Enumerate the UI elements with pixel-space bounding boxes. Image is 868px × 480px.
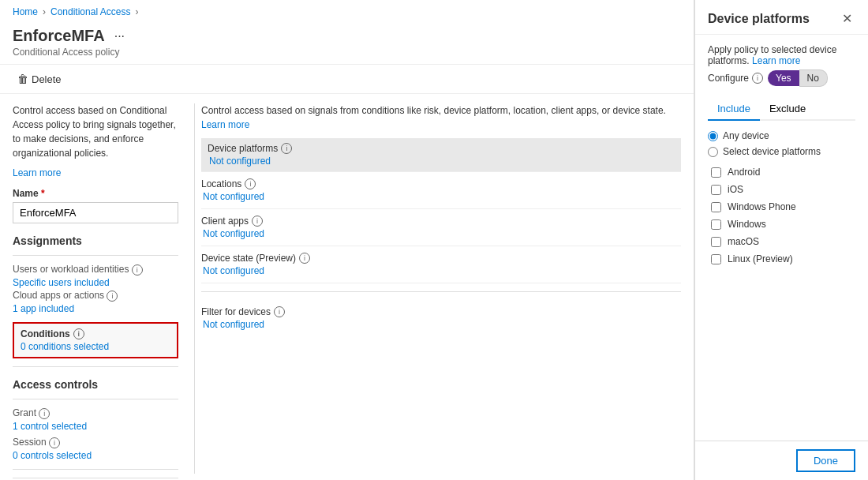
tab-exclude[interactable]: Exclude xyxy=(760,98,815,121)
grant-info-icon[interactable]: i xyxy=(39,408,50,419)
conditions-panel: Device platforms i Not configured Locati… xyxy=(201,138,681,336)
configure-toggle: Yes No xyxy=(768,69,828,87)
panel-close-button[interactable]: ✕ xyxy=(839,9,855,28)
left-column: Control access based on Conditional Acce… xyxy=(13,103,178,474)
device-platforms-row[interactable]: Device platforms i Not configured xyxy=(201,138,681,172)
grant-value[interactable]: 1 control selected xyxy=(13,421,178,432)
breadcrumb-home[interactable]: Home xyxy=(13,6,38,17)
platform-checkbox-windows-phone[interactable]: Windows Phone xyxy=(711,201,855,212)
toolbar: 🗑 Delete xyxy=(0,64,694,94)
right-learn-more[interactable]: Learn more xyxy=(201,119,249,130)
filter-devices-row[interactable]: Filter for devices i Not configured xyxy=(201,300,681,336)
breadcrumb-conditional-access[interactable]: Conditional Access xyxy=(51,6,130,17)
cloud-value[interactable]: 1 app included xyxy=(13,303,178,314)
filter-info-icon[interactable]: i xyxy=(274,306,285,317)
toggle-yes-button[interactable]: Yes xyxy=(768,70,799,86)
more-options-button[interactable]: ··· xyxy=(111,29,128,43)
cloud-info-icon[interactable]: i xyxy=(107,291,118,302)
users-value[interactable]: Specific users included xyxy=(13,277,178,288)
client-apps-info-icon[interactable]: i xyxy=(252,216,263,227)
panel-header: Device platforms ✕ xyxy=(695,0,868,35)
platform-checkbox-macos[interactable]: macOS xyxy=(711,236,855,247)
panel-body: Apply policy to selected device platform… xyxy=(695,35,868,441)
panel-footer: Done xyxy=(695,441,868,480)
users-info-icon[interactable]: i xyxy=(132,264,143,276)
users-label: Users or workload identities i xyxy=(13,264,178,276)
session-section: Session i 0 controls selected xyxy=(13,437,178,461)
cloud-label: Cloud apps or actions i xyxy=(13,290,178,302)
platform-checkbox-windows[interactable]: Windows xyxy=(711,219,855,230)
radio-select-platforms[interactable]: Select device platforms xyxy=(708,146,855,157)
tab-bar: Include Exclude xyxy=(708,98,855,121)
session-value[interactable]: 0 controls selected xyxy=(13,450,178,461)
name-input[interactable] xyxy=(13,202,178,223)
locations-value: Not configured xyxy=(201,191,681,202)
page-title: EnforceMFA xyxy=(13,27,105,45)
device-state-value: Not configured xyxy=(201,265,681,276)
side-panel: Device platforms ✕ Apply policy to selec… xyxy=(694,0,868,480)
toggle-no-button[interactable]: No xyxy=(799,69,828,87)
filter-value: Not configured xyxy=(201,319,681,330)
access-controls-title: Access controls xyxy=(13,378,178,391)
platform-checkbox-android[interactable]: Android xyxy=(711,167,855,178)
page-header: EnforceMFA ··· Conditional Access policy xyxy=(0,24,694,64)
device-platforms-info-icon[interactable]: i xyxy=(281,143,292,154)
trash-icon: 🗑 xyxy=(17,73,28,85)
session-info-icon[interactable]: i xyxy=(49,437,60,448)
client-apps-value: Not configured xyxy=(201,228,681,239)
left-description: Control access based on Conditional Acce… xyxy=(13,103,178,160)
tab-include[interactable]: Include xyxy=(708,98,760,121)
locations-row[interactable]: Locations i Not configured xyxy=(201,172,681,209)
configure-info-icon[interactable]: i xyxy=(752,73,763,84)
grant-section: Grant i 1 control selected xyxy=(13,407,178,432)
conditions-info-icon[interactable]: i xyxy=(73,328,84,339)
client-apps-row[interactable]: Client apps i Not configured xyxy=(201,209,681,246)
left-learn-more[interactable]: Learn more xyxy=(13,167,61,178)
right-description: Control access based on signals from con… xyxy=(201,103,681,132)
conditions-box[interactable]: Conditions i 0 conditions selected xyxy=(13,322,178,358)
name-label: Name * xyxy=(13,188,178,199)
right-column: Control access based on signals from con… xyxy=(194,103,681,474)
device-state-info-icon[interactable]: i xyxy=(299,253,310,264)
breadcrumb: Home › Conditional Access › xyxy=(0,0,694,24)
panel-description: Apply policy to selected device platform… xyxy=(708,44,855,66)
platform-checkbox-ios[interactable]: iOS xyxy=(711,184,855,195)
configure-row: Configure i Yes No xyxy=(708,69,855,87)
radio-any-device[interactable]: Any device xyxy=(708,130,855,141)
delete-button[interactable]: 🗑 Delete xyxy=(13,69,66,88)
device-platforms-value: Not configured xyxy=(208,156,675,167)
device-radio-group: Any device Select device platforms xyxy=(708,130,855,157)
locations-info-icon[interactable]: i xyxy=(245,178,256,189)
platform-checkbox-linux-(preview)[interactable]: Linux (Preview) xyxy=(711,253,855,264)
panel-title: Device platforms xyxy=(708,12,810,26)
page-subtitle: Conditional Access policy xyxy=(13,47,681,58)
conditions-count: 0 conditions selected xyxy=(21,341,170,352)
panel-learn-more[interactable]: Learn more xyxy=(752,55,800,66)
platform-checkbox-list: AndroidiOSWindows PhoneWindowsmacOSLinux… xyxy=(708,167,855,264)
device-state-row[interactable]: Device state (Preview) i Not configured xyxy=(201,246,681,283)
done-button[interactable]: Done xyxy=(796,449,855,472)
assignments-title: Assignments xyxy=(13,234,178,247)
